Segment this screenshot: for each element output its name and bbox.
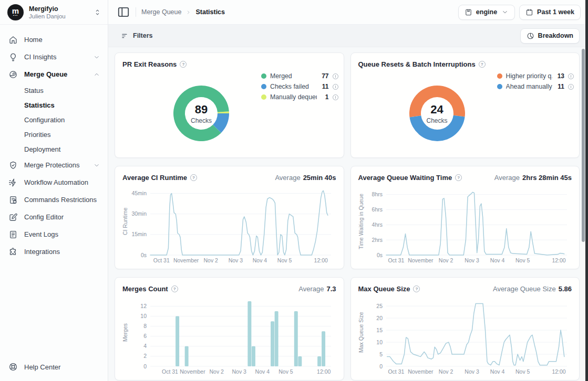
breadcrumb-section[interactable]: Merge Queue [141,8,181,16]
donut-segment-higher-priority-q[interactable] [409,86,465,117]
chevron-down-icon [501,8,509,16]
chart-plot: 0s2hrs4hrs6hrs8hrsOct 31NovemberNov 2Nov… [365,187,572,264]
sidebar-item-priorities[interactable]: Priorities [0,127,108,142]
help-icon[interactable]: ? [455,174,462,181]
svg-text:12:00: 12:00 [552,257,565,263]
sidebar-item-label: Merge Protections [24,161,87,169]
legend-dot [261,73,266,79]
help-icon[interactable]: ? [479,61,486,68]
svg-text:15min: 15min [131,231,147,237]
help-icon[interactable]: ? [180,61,187,68]
svg-text:0: 0 [143,363,147,369]
bar-chart-svg: 024681012Oct 31NovemberNov 2Nov 3Nov 4No… [129,298,335,375]
card-header: Merges Count?Average7.3 [122,283,336,294]
sidebar-item-statistics[interactable]: Statistics [0,98,108,112]
panel-left-icon[interactable] [117,5,130,19]
svg-text:Nov 3: Nov 3 [232,368,247,375]
svg-text:0s: 0s [376,252,382,258]
home-icon [8,35,18,45]
app-screen: m ••• Mergifyio Julien Danjou HomeCI Ins… [0,0,588,381]
svg-text:10: 10 [140,313,147,319]
sidebar-item-deployment[interactable]: Deployment [0,142,108,156]
breakdown-button[interactable]: Breakdown [520,28,580,44]
average-value: 25min 40s [303,174,336,182]
sidebar-item-config-editor[interactable]: Config Editor [0,208,108,226]
help-icon[interactable]: ? [190,174,197,181]
svg-text:Nov 4: Nov 4 [255,368,270,375]
average-prefix: Average [275,174,300,182]
sidebar-item-workflow-automation[interactable]: Workflow Automation [0,174,108,191]
sidebar-item-label: Config Editor [24,213,100,221]
shield-icon [8,161,18,170]
average-prefix: Average Queue Size [493,285,556,293]
window-edge [585,0,588,381]
info-icon[interactable] [333,94,338,100]
sidebar-item-configuration[interactable]: Configuration [0,112,108,127]
date-range-label: Past 1 week [537,8,574,16]
chart-legend: Higher priority q...13Ahead manually ...… [497,71,574,92]
chevron-down-icon [93,162,100,169]
average-prefix: Average [494,174,520,182]
sidebar-item-merge-queue[interactable]: Merge Queue [0,66,108,83]
svg-text:November: November [408,257,434,263]
sidebar-item-event-logs[interactable]: Event Logs [0,226,108,243]
sidebar-item-integrations[interactable]: Integrations [0,243,108,260]
svg-text:November: November [173,257,199,263]
engine-select[interactable]: engine [458,5,515,20]
bar [252,346,255,366]
sidebar-item-label: Home [24,36,100,44]
svg-text:6: 6 [143,333,147,339]
help-center-link[interactable]: Help Center [8,362,99,372]
sidebar-item-commands-restrictions[interactable]: Commands Restrictions [0,191,108,208]
card-title: Max Queue Size [358,285,410,293]
merges-count-card: Merges Count?Average7.3Merges024681012Oc… [115,277,344,380]
card-header: PR Exit Reasons? [122,59,336,69]
donut-segment-ahead-manually[interactable] [409,115,465,141]
card-title: Merges Count [122,285,168,293]
engine-select-value: engine [476,8,497,16]
legend-item-manually-dequeued: Manually dequeued1 [261,92,338,102]
help-icon[interactable]: ? [413,285,420,292]
scrollbar-thumb[interactable] [582,49,585,242]
bar [247,301,251,366]
info-icon[interactable] [333,73,338,79]
main-area: Merge Queue Statistics engine Past 1 wee… [108,0,588,381]
help-icon[interactable]: ? [171,285,178,292]
line-chart-svg: 0510152025Oct 31NovemberNov 2Nov 3Nov 4N… [365,298,571,375]
legend-label: Merged [270,72,317,80]
filters-label: Filters [133,32,153,39]
sidebar-item-merge-protections[interactable]: Merge Protections [0,156,108,174]
sidebar-item-status[interactable]: Status [0,83,108,98]
info-icon[interactable] [333,84,338,90]
y-axis-label: Max Queue Size [358,298,365,375]
svg-text:10: 10 [376,339,383,345]
org-switcher[interactable]: m ••• Mergifyio Julien Danjou [0,0,108,25]
date-range-button[interactable]: Past 1 week [519,5,581,20]
sidebar-item-ci-insights[interactable]: CI Insights [0,48,108,66]
info-icon[interactable] [568,84,574,90]
filters-button[interactable]: Filters [117,29,157,43]
svg-text:12: 12 [140,303,147,309]
card-title: Average CI Runtime [122,174,187,182]
donut-chart [408,84,466,142]
clipboard-lock-icon [8,195,18,205]
chart-plot: 0510152025Oct 31NovemberNov 2Nov 3Nov 4N… [365,298,572,375]
svg-text:Nov 5: Nov 5 [278,368,293,375]
svg-text:Nov 4: Nov 4 [253,257,267,263]
y-axis-label: Time Waiting in Queue [358,187,365,264]
chart-plot: 0s15min30min45minOct 31NovemberNov 2Nov … [129,187,336,264]
sidebar-item-label: Workflow Automation [24,178,100,186]
bar [275,311,278,366]
legend-label: Higher priority q... [506,72,553,80]
legend-item-higher-priority-q: Higher priority q...13 [497,71,574,81]
toolbar: Filters Breakdown [108,25,588,47]
info-icon[interactable] [568,73,574,79]
card-average: Average2hrs 28min 45s [494,174,572,182]
legend-label: Ahead manually ... [506,83,553,90]
breakdown-label: Breakdown [538,32,573,39]
legend-value: 1 [321,93,329,101]
sidebar-subnav: StatusStatisticsConfigurationPrioritiesD… [0,83,108,156]
svg-text:November: November [180,368,205,375]
unfold-icon[interactable] [94,8,101,16]
sidebar-item-home[interactable]: Home [0,31,108,48]
